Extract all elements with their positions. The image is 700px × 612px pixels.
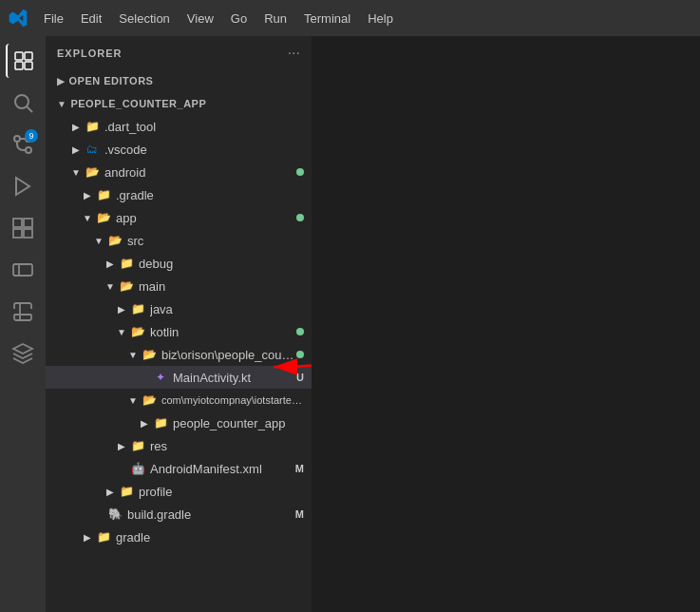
people-counter-app-folder[interactable]: ▶ 📁 people_counter_app <box>46 411 312 434</box>
res-folder-icon: 📁 <box>129 437 146 454</box>
menu-selection[interactable]: Selection <box>111 8 177 29</box>
build-gradle-icon: 🐘 <box>106 506 123 523</box>
svg-rect-3 <box>25 62 32 69</box>
app-chevron: ▼ <box>80 213 95 223</box>
git-activity-icon[interactable] <box>6 336 40 371</box>
remote-activity-icon[interactable] <box>6 253 40 287</box>
java-chevron: ▶ <box>114 304 129 315</box>
mainactivity-file-icon: ✦ <box>152 369 169 386</box>
project-label: PEOPLE_COUNTER_APP <box>70 98 206 109</box>
com-myiot-label: com\myiotcompnay\iotstarterkitapp\iot_st… <box>161 394 304 406</box>
androidmanifest-label: AndroidManifest.xml <box>150 462 288 476</box>
main-folder-icon: 📂 <box>118 277 135 295</box>
dart-tool-folder-icon: 📁 <box>84 118 101 135</box>
test-activity-icon[interactable] <box>6 295 40 329</box>
com-myiot-folder-icon: 📂 <box>141 392 158 409</box>
android-chevron: ▼ <box>68 167 84 178</box>
extensions-activity-icon[interactable] <box>6 211 40 245</box>
search-activity-icon[interactable] <box>6 86 40 120</box>
project-section[interactable]: ▼ PEOPLE_COUNTER_APP <box>46 92 312 115</box>
kotlin-modified-dot <box>296 328 304 335</box>
vscode-folder[interactable]: ▶ 🗂 .vscode <box>46 138 312 161</box>
androidmanifest-file[interactable]: ▶ 🤖 AndroidManifest.xml M <box>46 457 312 480</box>
kotlin-label: kotlin <box>150 325 296 339</box>
sidebar-header: EXPLORER ··· <box>46 36 312 69</box>
src-folder[interactable]: ▼ 📂 src <box>46 229 312 252</box>
svg-rect-1 <box>15 62 23 69</box>
biz-orison-modified-dot <box>296 351 304 358</box>
source-control-activity-icon[interactable]: 9 <box>6 127 40 162</box>
menu-view[interactable]: View <box>180 8 221 29</box>
svg-rect-11 <box>24 219 32 227</box>
androidmanifest-icon: 🤖 <box>129 460 146 477</box>
android-folder[interactable]: ▼ 📂 android <box>46 161 312 183</box>
activity-bar: 9 <box>0 36 46 612</box>
build-gradle-file[interactable]: ▶ 🐘 build.gradle M <box>46 503 312 526</box>
sidebar-title: EXPLORER <box>57 48 123 59</box>
src-chevron: ▼ <box>91 236 106 246</box>
profile-folder[interactable]: ▶ 📁 profile <box>46 480 312 503</box>
main-folder[interactable]: ▼ 📂 main <box>46 275 312 297</box>
res-label: res <box>150 439 304 453</box>
gradle-android-folder-icon: 📁 <box>95 186 112 203</box>
svg-rect-14 <box>13 264 32 276</box>
biz-orison-folder[interactable]: ▼ 📂 biz\orison\people_counter <box>46 343 312 366</box>
android-modified-dot <box>296 168 304 176</box>
gradle-label: gradle <box>116 530 304 545</box>
app-folder[interactable]: ▼ 📂 app <box>46 206 312 229</box>
gradle-folder[interactable]: ▶ 📁 gradle <box>46 526 312 548</box>
menu-go[interactable]: Go <box>223 8 255 29</box>
src-label: src <box>127 234 304 248</box>
res-folder[interactable]: ▶ 📁 res <box>46 434 312 457</box>
debug-folder[interactable]: ▶ 📁 debug <box>46 252 312 275</box>
open-editors-chevron: ▶ <box>57 76 66 86</box>
android-folder-icon: 📂 <box>84 163 101 181</box>
main-chevron: ▼ <box>103 281 118 292</box>
gradle-android-folder[interactable]: ▶ 📁 .gradle <box>46 183 312 206</box>
profile-label: profile <box>139 485 304 499</box>
svg-line-5 <box>28 107 33 113</box>
profile-folder-icon: 📁 <box>118 483 135 500</box>
debug-chevron: ▶ <box>103 258 118 269</box>
svg-rect-13 <box>24 229 32 238</box>
editor-area <box>312 36 700 612</box>
java-folder[interactable]: ▶ 📁 java <box>46 297 312 320</box>
app-folder-icon: 📂 <box>95 209 112 226</box>
main-label: main <box>139 279 304 294</box>
mainactivity-label: MainActivity.kt <box>173 371 289 385</box>
vscode-folder-icon: 🗂 <box>84 141 101 158</box>
explorer-activity-icon[interactable] <box>6 44 40 78</box>
menubar: File Edit Selection View Go Run Terminal… <box>0 0 700 36</box>
biz-orison-label: biz\orison\people_counter <box>161 348 296 362</box>
menu-run[interactable]: Run <box>256 8 294 29</box>
sidebar-more-button[interactable]: ··· <box>288 45 300 62</box>
svg-point-6 <box>14 136 20 142</box>
vscode-label: .vscode <box>104 143 304 157</box>
sidebar: EXPLORER ··· ▶ OPEN EDITORS ▼ PEOPLE_COU… <box>46 36 312 612</box>
kotlin-folder[interactable]: ▼ 📂 kotlin <box>46 320 312 343</box>
svg-point-4 <box>15 95 28 108</box>
kotlin-chevron: ▼ <box>114 327 129 337</box>
dart-tool-folder[interactable]: ▶ 📁 .dart_tool <box>46 115 312 138</box>
com-myiot-folder[interactable]: ▼ 📂 com\myiotcompnay\iotstarterkitapp\io… <box>46 389 312 411</box>
mainactivity-file[interactable]: ▶ ✦ MainActivity.kt U <box>46 366 312 389</box>
vscode-chevron: ▶ <box>68 144 84 155</box>
profile-chevron: ▶ <box>103 487 118 497</box>
menu-items: File Edit Selection View Go Run Terminal… <box>36 8 401 29</box>
menu-terminal[interactable]: Terminal <box>296 8 358 29</box>
menu-edit[interactable]: Edit <box>73 8 109 29</box>
open-editors-section[interactable]: ▶ OPEN EDITORS <box>46 69 312 92</box>
svg-rect-10 <box>13 219 22 227</box>
menu-help[interactable]: Help <box>360 8 401 29</box>
build-gradle-badge: M <box>288 508 304 520</box>
gradle-chevron: ▶ <box>80 532 95 543</box>
people-counter-app-icon: 📁 <box>152 414 169 431</box>
biz-orison-chevron: ▼ <box>125 350 141 360</box>
menu-file[interactable]: File <box>36 8 71 29</box>
run-activity-icon[interactable] <box>6 169 40 203</box>
people-counter-chevron: ▶ <box>137 418 152 429</box>
java-folder-icon: 📁 <box>129 300 146 317</box>
app-label: app <box>116 211 296 225</box>
vscode-logo-icon <box>8 8 28 29</box>
svg-marker-9 <box>16 178 29 195</box>
